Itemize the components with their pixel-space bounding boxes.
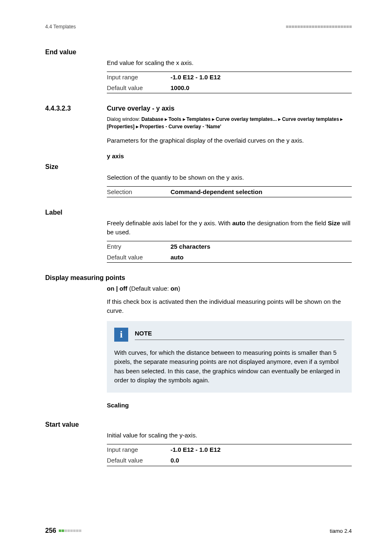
param-display-measuring-points: Display measuring points on | off (Defau… bbox=[45, 274, 352, 409]
param-label: Label bbox=[45, 209, 352, 216]
note-body: With curves, for which the distance betw… bbox=[114, 348, 344, 385]
note-title: NOTE bbox=[135, 329, 344, 338]
note-callout: i NOTE With curves, for which the distan… bbox=[107, 321, 352, 393]
table-row: Selection Command-dependent selection bbox=[107, 187, 352, 197]
param-label: End value bbox=[45, 49, 352, 56]
section-title: Curve overlay - y axis bbox=[107, 105, 175, 112]
footer-ornament bbox=[59, 530, 81, 532]
table-row: Default value 1000.0 bbox=[107, 83, 352, 93]
dialog-path: Dialog window: Database ▸ Tools ▸ Templa… bbox=[107, 116, 352, 130]
dialog-prefix: Dialog window: bbox=[107, 116, 141, 122]
dialog-path-text: Database ▸ Tools ▸ Templates ▸ Curve ove… bbox=[107, 116, 343, 130]
table-value: 25 characters bbox=[171, 242, 210, 251]
table-key: Default value bbox=[107, 456, 171, 465]
on-off-default: on | off (Default value: on) bbox=[107, 284, 352, 293]
section-number: 4.4.3.2.3 bbox=[45, 105, 107, 112]
yaxis-subhead: y axis bbox=[107, 152, 352, 161]
table-row: Default value 0.0 bbox=[107, 455, 352, 466]
param-description: If this check box is activated then the … bbox=[107, 297, 352, 315]
table-row: Entry 25 characters bbox=[107, 241, 352, 252]
header-ornament bbox=[286, 25, 352, 28]
table-key: Default value bbox=[107, 83, 171, 92]
table-key: Selection bbox=[107, 187, 171, 197]
table-key: Default value bbox=[107, 253, 171, 262]
param-table: Entry 25 characters Default value auto bbox=[107, 241, 352, 263]
param-end-value: End value End value for scaling the x ax… bbox=[45, 49, 352, 93]
table-row: Default value auto bbox=[107, 252, 352, 263]
page-footer: 256 tiamo 2.4 bbox=[45, 527, 352, 534]
page-number-wrap: 256 bbox=[45, 527, 81, 534]
table-value: -1.0 E12 - 1.0 E12 bbox=[171, 445, 221, 454]
param-label-field: Label Freely definable axis label for th… bbox=[45, 209, 352, 263]
section-heading: 4.4.3.2.3 Curve overlay - y axis bbox=[45, 105, 352, 112]
table-value: auto bbox=[171, 253, 184, 262]
header-section-ref: 4.4 Templates bbox=[45, 24, 76, 30]
section-intro: Parameters for the graphical display of … bbox=[107, 136, 352, 145]
param-description: End value for scaling the x axis. bbox=[107, 58, 352, 67]
table-value: 1000.0 bbox=[171, 83, 189, 92]
param-size: Size Selection of the quantiy to be show… bbox=[45, 163, 352, 198]
table-value: Command-dependent selection bbox=[171, 187, 262, 197]
param-start-value: Start value Initial value for scaling th… bbox=[45, 421, 352, 466]
scaling-subhead: Scaling bbox=[107, 401, 352, 410]
table-key: Input range bbox=[107, 73, 171, 82]
table-key: Entry bbox=[107, 242, 171, 251]
param-label: Display measuring points bbox=[45, 274, 352, 282]
table-value: -1.0 E12 - 1.0 E12 bbox=[171, 73, 221, 82]
table-value: 0.0 bbox=[171, 456, 179, 465]
info-icon: i bbox=[114, 328, 128, 342]
table-row: Input range -1.0 E12 - 1.0 E12 bbox=[107, 72, 352, 83]
table-row: Input range -1.0 E12 - 1.0 E12 bbox=[107, 444, 352, 455]
param-description: Freely definable axis label for the y ax… bbox=[107, 219, 352, 237]
param-table: Input range -1.0 E12 - 1.0 E12 Default v… bbox=[107, 72, 352, 94]
param-table: Input range -1.0 E12 - 1.0 E12 Default v… bbox=[107, 444, 352, 466]
running-header: 4.4 Templates bbox=[45, 24, 352, 30]
param-description: Initial value for scaling the y-axis. bbox=[107, 431, 352, 440]
param-label: Start value bbox=[45, 421, 352, 428]
param-table: Selection Command-dependent selection bbox=[107, 186, 352, 198]
param-label: Size bbox=[45, 163, 352, 171]
page-number: 256 bbox=[45, 527, 56, 534]
product-name: tiamo 2.4 bbox=[330, 528, 352, 534]
param-description: Selection of the quantiy to be shown on … bbox=[107, 173, 352, 182]
table-key: Input range bbox=[107, 445, 171, 454]
